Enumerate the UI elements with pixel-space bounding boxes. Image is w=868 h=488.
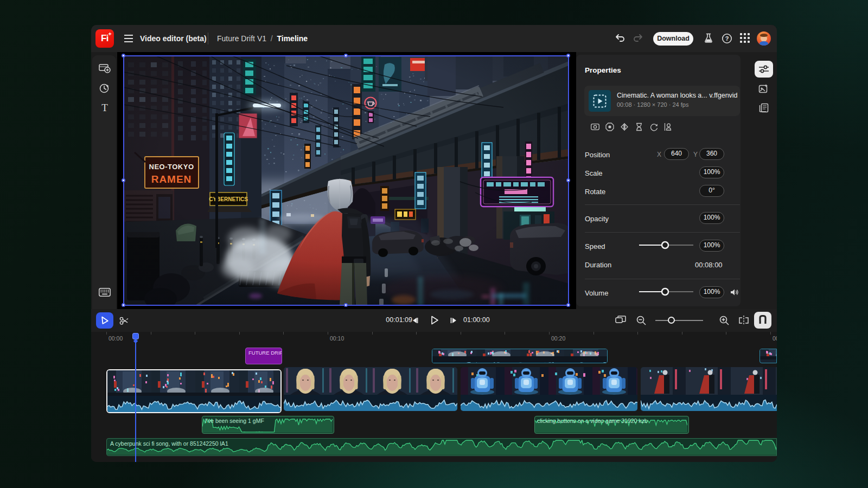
svg-text:?: ? bbox=[725, 35, 729, 42]
